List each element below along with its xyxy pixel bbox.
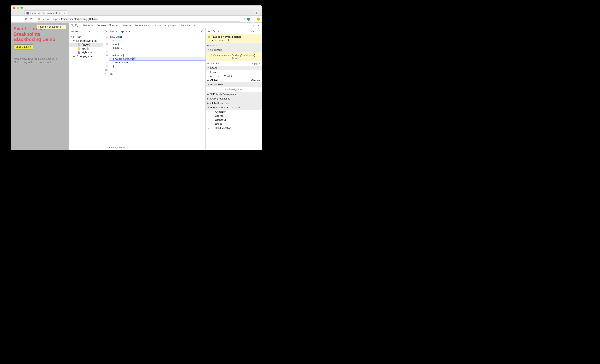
click-count-button[interactable]: Click Count: 4 xyxy=(14,45,33,49)
section-event-listener-breakpoints[interactable]: ▼Event Listener Breakpoints xyxy=(206,105,262,110)
section-global-listeners[interactable]: ▶Global Listeners xyxy=(206,101,262,105)
tree-row-appjs[interactable]: app.js xyxy=(69,46,103,50)
scope-global[interactable]: ▶Global Window xyxy=(206,78,262,82)
line-gutter: 1234567891011 xyxy=(103,34,109,145)
elb-clipboard[interactable]: ▶Clipboard xyxy=(206,118,262,122)
elb-control[interactable]: ▶Control xyxy=(206,122,262,126)
overlay-step-icon[interactable]: ↷ xyxy=(63,26,65,28)
nav-reload-button[interactable]: ⟳ xyxy=(24,17,28,21)
step-into-icon[interactable]: ↓ xyxy=(218,29,219,33)
tree-row-stylecss[interactable]: style.css xyxy=(69,50,103,54)
sources-body: Network » ⋮ ▼ top ▼ framework-bla xyxy=(69,28,262,150)
toggle-navigator-icon[interactable]: ▯◂ xyxy=(104,30,108,33)
resume-icon[interactable]: ▶ xyxy=(208,29,210,33)
paused-message: iPaused on event listener BUTTON.click xyxy=(206,34,262,43)
deactivate-breakpoints-icon[interactable]: ⟋• xyxy=(250,29,254,33)
tab-console[interactable]: Console xyxy=(96,23,106,28)
debugger-toolbar: ▶ ↷ ↓ ↑ ⟋• ⏸ xyxy=(206,28,262,34)
overlay-resume-icon[interactable]: ▶ xyxy=(60,26,62,28)
svg-rect-2 xyxy=(75,24,77,26)
section-xhr-breakpoints[interactable]: ▶XHR/fetch Breakpoints xyxy=(206,92,262,96)
debugger-sidebar: ▶ ↷ ↓ ↑ ⟋• ⏸ iPaused on event listener B… xyxy=(206,28,262,150)
blackbox-note: 3 stack frames are hidden (black-boxed).… xyxy=(206,52,262,61)
pause-on-exceptions-icon[interactable]: ⏸ xyxy=(257,29,260,33)
bookmark-star-icon[interactable]: ☆ xyxy=(243,17,245,21)
devtools-menu-icon[interactable]: ⋮ xyxy=(253,24,255,27)
info-icon: i xyxy=(208,36,210,38)
tree-row-top[interactable]: ▼ top xyxy=(69,35,103,39)
section-call-stack[interactable]: ▼Call Stack xyxy=(206,48,262,52)
navigator-tab-network[interactable]: Network xyxy=(71,30,80,33)
step-out-icon[interactable]: ↑ xyxy=(222,29,224,33)
tab-performance[interactable]: Performance xyxy=(134,23,149,28)
blackbox-show-link[interactable]: Show xyxy=(231,57,237,60)
nav-home-button[interactable] xyxy=(30,18,34,20)
tab-memory[interactable]: Memory xyxy=(152,23,162,28)
navigator-menu-icon[interactable]: ⋮ xyxy=(99,30,101,33)
frame-location: app.js:7 xyxy=(251,62,260,65)
minimize-window-icon[interactable] xyxy=(17,7,19,9)
device-toolbar-icon[interactable] xyxy=(75,24,78,27)
elb-canvas[interactable]: ▶Canvas xyxy=(206,114,262,118)
close-window-icon[interactable] xyxy=(13,7,15,9)
inspect-element-icon[interactable] xyxy=(71,24,74,27)
cursor-position: Line 7, Column 22 xyxy=(109,146,130,149)
devtools-close-icon[interactable]: ✕ xyxy=(258,24,260,27)
extension-overflow-icon[interactable]: ⋯ xyxy=(252,18,255,21)
editor-tab-vuejs[interactable]: vue.js xyxy=(108,28,119,34)
svg-point-0 xyxy=(256,12,257,13)
tab-more[interactable]: » xyxy=(193,23,195,28)
tab-sources[interactable]: Sources xyxy=(109,23,119,28)
section-scope[interactable]: ▼Scope xyxy=(206,66,262,70)
devtools-main-toolbar: Elements Console Sources Network Perform… xyxy=(69,23,262,28)
checkbox-icon[interactable] xyxy=(211,115,213,117)
pretty-print-icon[interactable]: {} xyxy=(105,146,106,149)
editor-tab-bar: ▯◂ vue.js app.js × ▸▯ xyxy=(103,28,206,34)
tree-row-unpkg[interactable]: ▶ unpkg.com xyxy=(69,54,103,58)
editor-tab-appjs[interactable]: app.js × xyxy=(119,29,132,34)
file-tree: ▼ top ▼ framework-bla (index) xyxy=(69,34,103,59)
navigator-tab-more-icon[interactable]: » xyxy=(89,30,90,33)
code-content: new Vue({ el: '#app', data: { count: 0 }… xyxy=(109,34,206,145)
editor-tab-close-icon[interactable]: × xyxy=(129,30,130,33)
lock-icon: 🔒 xyxy=(38,18,40,20)
toggle-debugger-icon[interactable]: ▸▯ xyxy=(200,30,204,33)
tree-label: style.css xyxy=(82,51,92,54)
section-watch[interactable]: ▶Watch xyxy=(206,43,262,48)
nav-back-button[interactable]: ← xyxy=(12,17,17,21)
checkbox-icon[interactable] xyxy=(211,123,213,125)
checkbox-icon[interactable] xyxy=(211,127,213,129)
extension-warning-icon[interactable] xyxy=(257,18,260,21)
tab-security[interactable]: Security xyxy=(181,23,190,28)
checkbox-icon[interactable] xyxy=(211,119,213,121)
extension-1-icon[interactable] xyxy=(247,18,250,21)
profile-avatar-icon[interactable] xyxy=(254,11,259,15)
docs-link[interactable]: What's New In DevTools (Chrome 66) > Bla… xyxy=(14,57,66,64)
tab-application[interactable]: Application xyxy=(165,23,178,28)
page-viewport: Paused in debugger ▶ ↷ Event Listener Br… xyxy=(11,23,69,150)
scope-this[interactable]: ▶this: Vue$3 xyxy=(206,74,262,78)
checkbox-icon[interactable] xyxy=(211,111,213,113)
section-breakpoints[interactable]: ▼Breakpoints xyxy=(206,82,262,87)
browser-tab[interactable]: Event Listener Breakpoints + B × xyxy=(24,10,67,16)
scope-local[interactable]: ▼Local xyxy=(206,70,262,74)
nav-forward-button[interactable]: → xyxy=(18,17,22,21)
tree-label: (index) xyxy=(82,43,90,46)
code-area[interactable]: 1234567891011 new Vue({ el: '#app', data… xyxy=(103,34,206,145)
omnibox[interactable]: 🔒 Secure | https://framework-blackboxing… xyxy=(36,17,241,22)
tab-network[interactable]: Network xyxy=(122,23,131,28)
elb-dom-mutation[interactable]: ▶DOM Mutation xyxy=(206,126,262,130)
tree-row-index[interactable]: (index) xyxy=(69,43,103,46)
step-over-icon[interactable]: ↷ xyxy=(213,29,215,33)
svg-rect-3 xyxy=(77,25,78,27)
elb-animation[interactable]: ▶Animation xyxy=(206,110,262,114)
paused-in-debugger-overlay: Paused in debugger ▶ ↷ xyxy=(37,25,66,29)
maximize-window-icon[interactable] xyxy=(20,7,23,9)
secure-label: Secure xyxy=(42,18,49,20)
favicon-icon xyxy=(27,12,29,15)
call-stack-frame[interactable]: ➔ onClick app.js:7 xyxy=(206,61,262,66)
tab-close-icon[interactable]: × xyxy=(63,12,65,15)
tab-elements[interactable]: Elements xyxy=(83,23,93,28)
section-dom-breakpoints[interactable]: ▶DOM Breakpoints xyxy=(206,96,262,101)
tree-row-host[interactable]: ▼ framework-bla xyxy=(69,39,103,43)
